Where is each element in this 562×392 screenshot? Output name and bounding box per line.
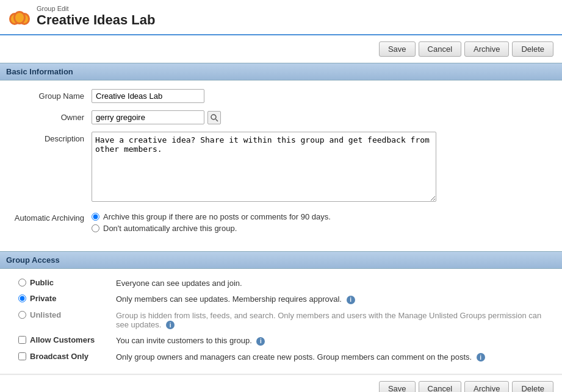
bottom-delete-button[interactable]: Delete [512, 381, 553, 392]
basic-info-form: Group Name Owner Description Have a crea… [0, 80, 562, 251]
allow-customers-checkbox[interactable] [18, 336, 26, 344]
access-public-desc: Everyone can see updates and join. [116, 278, 242, 288]
top-delete-button[interactable]: Delete [512, 41, 553, 57]
bottom-toolbar: Save Cancel Archive Delete [0, 374, 562, 392]
archive-radio-2[interactable] [92, 224, 99, 232]
svg-point-5 [15, 13, 24, 23]
broadcast-only-row: Broadcast Only Only group owners and man… [12, 349, 550, 365]
broadcast-only-label-col[interactable]: Broadcast Only [12, 352, 116, 361]
access-unlisted-label-col[interactable]: Unlisted [12, 310, 116, 319]
access-public-radio[interactable] [18, 279, 26, 287]
owner-label: Owner [12, 110, 92, 122]
allow-customers-label-col[interactable]: Allow Customers [12, 335, 116, 344]
broadcast-only-desc: Only group owners and managers can creat… [116, 352, 485, 362]
access-private-row: Private Only members can see updates. Me… [12, 291, 550, 307]
access-unlisted-row: Unlisted Group is hidden from lists, fee… [12, 307, 550, 333]
archive-options: Archive this group if there are no posts… [92, 211, 550, 233]
top-cancel-button[interactable]: Cancel [419, 41, 461, 57]
archive-option-1[interactable]: Archive this group if there are no posts… [92, 212, 550, 221]
search-icon [210, 113, 218, 122]
access-private-radio[interactable] [18, 294, 26, 302]
group-name-row: Group Name [12, 89, 550, 103]
basic-info-section-header: Basic Information [0, 63, 562, 80]
description-input[interactable]: Have a creative idea? Share it within th… [92, 132, 436, 202]
owner-row: Owner [12, 110, 550, 124]
description-label: Description [12, 132, 92, 143]
bottom-archive-button[interactable]: Archive [464, 381, 509, 392]
auto-archive-label: Automatic Archiving [12, 211, 92, 223]
allow-customers-info-badge: i [256, 337, 265, 346]
access-public-label-col[interactable]: Public [12, 278, 116, 287]
top-save-button[interactable]: Save [379, 41, 416, 57]
page-header: Group Edit Creative Ideas Lab [0, 0, 562, 35]
bottom-cancel-button[interactable]: Cancel [419, 381, 461, 392]
top-toolbar: Save Cancel Archive Delete [0, 35, 562, 63]
owner-search-button[interactable] [207, 111, 221, 124]
access-private-desc: Only members can see updates. Membership… [116, 294, 355, 304]
description-row: Description Have a creative idea? Share … [12, 132, 550, 204]
description-field: Have a creative idea? Share it within th… [92, 132, 550, 204]
allow-customers-desc: You can invite customers to this group. … [116, 335, 265, 346]
allow-customers-row: Allow Customers You can invite customers… [12, 332, 550, 349]
group-access-section-header: Group Access [0, 251, 562, 269]
access-unlisted-desc: Group is hidden from lists, feeds, and s… [116, 310, 550, 330]
svg-line-7 [216, 119, 218, 121]
header-supertitle: Group Edit [37, 5, 155, 12]
access-unlisted-radio[interactable] [18, 311, 26, 319]
group-name-input[interactable] [92, 89, 204, 103]
svg-point-6 [211, 115, 216, 119]
broadcast-only-info-badge: i [477, 353, 485, 362]
access-private-label-col[interactable]: Private [12, 294, 116, 303]
owner-field [92, 110, 550, 124]
archive-radio-1[interactable] [92, 213, 99, 221]
header-text: Group Edit Creative Ideas Lab [37, 5, 155, 28]
unlisted-info-badge: i [166, 321, 175, 329]
bottom-save-button[interactable]: Save [379, 381, 416, 392]
auto-archive-row: Automatic Archiving Archive this group i… [12, 211, 550, 233]
group-name-label: Group Name [12, 89, 92, 101]
header-title: Creative Ideas Lab [37, 12, 155, 28]
owner-input[interactable] [92, 110, 204, 124]
archive-option-2[interactable]: Don't automatically archive this group. [92, 224, 550, 233]
group-access-form: Public Everyone can see updates and join… [0, 269, 562, 373]
group-name-field [92, 89, 550, 103]
top-archive-button[interactable]: Archive [464, 41, 509, 57]
access-public-row: Public Everyone can see updates and join… [12, 275, 550, 291]
group-icon [9, 5, 31, 27]
private-info-badge: i [347, 296, 355, 304]
broadcast-only-checkbox[interactable] [18, 352, 26, 360]
